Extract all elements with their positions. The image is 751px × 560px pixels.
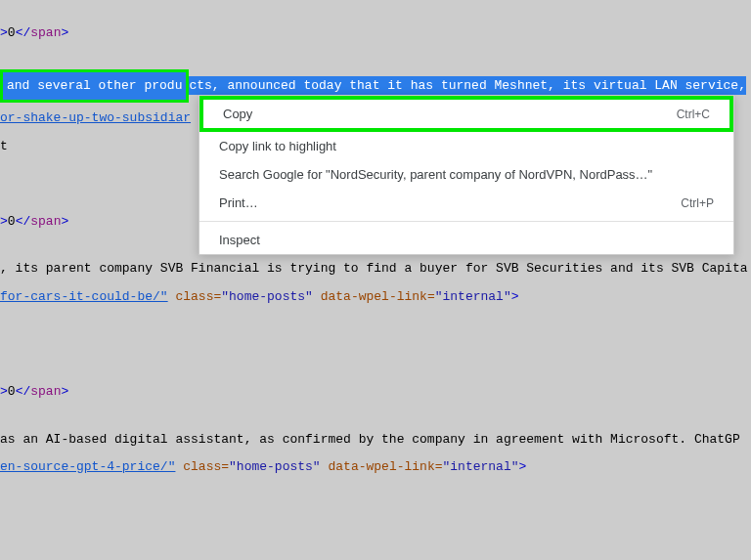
menu-item-copy-link[interactable]: Copy link to highlight: [199, 132, 733, 160]
menu-item-copy[interactable]: Copy Ctrl+C: [199, 96, 733, 132]
menu-label: Inspect: [219, 233, 260, 247]
menu-label: Print…: [219, 195, 258, 210]
menu-item-search[interactable]: Search Google for "NordSecurity, parent …: [199, 160, 733, 189]
menu-label: Search Google for "NordSecurity, parent …: [219, 167, 652, 182]
menu-shortcut: Ctrl+P: [681, 196, 714, 210]
selected-text-highlight[interactable]: and several other produ: [0, 69, 189, 104]
code-line: , its parent company SVB Financial is tr…: [0, 255, 751, 283]
menu-label: Copy: [223, 107, 252, 121]
code-line: >0</span>: [0, 378, 751, 407]
context-menu: Copy Ctrl+C Copy link to highlight Searc…: [199, 95, 734, 255]
link-fragment[interactable]: for-cars-it-could-be/": [0, 289, 168, 304]
link-fragment[interactable]: or-shake-up-two-subsidiar: [0, 110, 191, 125]
menu-item-inspect[interactable]: Inspect: [199, 226, 733, 254]
menu-label: Copy link to highlight: [219, 139, 336, 153]
code-line: en-source-gpt-4-price/" class="home-post…: [0, 453, 751, 482]
menu-item-print[interactable]: Print… Ctrl+P: [199, 189, 733, 217]
menu-shortcut: Ctrl+C: [677, 108, 710, 121]
menu-divider: [199, 221, 733, 222]
code-line: for-cars-it-could-be/" class="home-posts…: [0, 283, 751, 312]
code-line: as an AI-based digital assistant, as con…: [0, 426, 751, 454]
link-fragment[interactable]: en-source-gpt-4-price/": [0, 459, 175, 474]
selected-text-rest[interactable]: cts, announced today that it has turned …: [189, 76, 746, 95]
code-line: >0</span>: [0, 20, 751, 48]
